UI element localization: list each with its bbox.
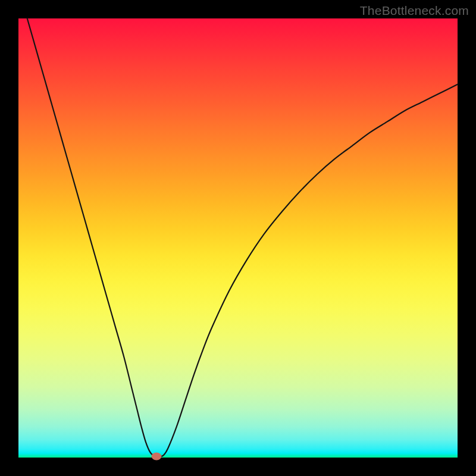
minimum-marker	[152, 452, 162, 460]
chart-frame: TheBottleneck.com	[0, 0, 476, 476]
plot-area	[18, 18, 458, 458]
attribution-text: TheBottleneck.com	[360, 4, 469, 18]
bottleneck-curve	[18, 18, 458, 458]
